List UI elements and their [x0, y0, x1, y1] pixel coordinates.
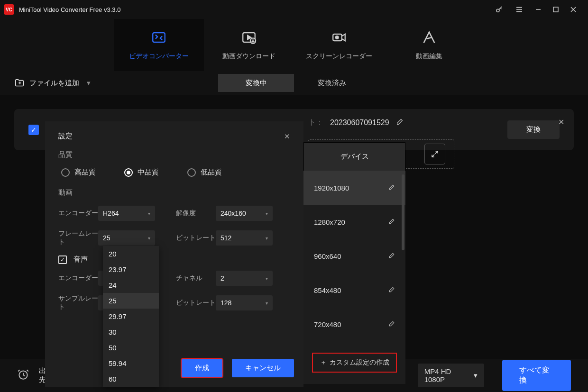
plus-icon: ＋: [320, 358, 327, 367]
close-task-icon[interactable]: ✕: [558, 118, 564, 127]
svg-point-6: [336, 36, 339, 39]
tab-recorder[interactable]: スクリーンレコーダー: [294, 19, 384, 71]
device-tab[interactable]: デバイス: [303, 142, 405, 171]
tab-download[interactable]: 動画ダウンロード: [204, 19, 294, 71]
titlebar: VC MiniTool Video Converter Free v3.3.0: [0, 0, 588, 19]
edit-icon[interactable]: [388, 286, 395, 294]
task-checkbox[interactable]: ✓: [28, 125, 39, 135]
custom-preset-button[interactable]: ＋ カスタム設定の作成: [312, 353, 397, 373]
resolution-label: 解像度: [176, 209, 216, 218]
tab-download-label: 動画ダウンロード: [222, 52, 276, 61]
tab-editor-label: 動画編集: [416, 52, 442, 61]
resolution-option-label: 720x480: [314, 320, 341, 328]
format-value: MP4 HD 1080P: [424, 367, 469, 383]
convert-button[interactable]: 変換: [507, 120, 560, 139]
alarm-icon[interactable]: [17, 368, 29, 383]
cancel-button[interactable]: キャンセル: [232, 359, 294, 377]
close-button[interactable]: [570, 6, 577, 13]
tab-converter-label: ビデオコンバーター: [129, 52, 189, 61]
settings-modal: 設定 ✕ 品質 高品質 中品質 低品質 動画 エンコーダー H264▾ 解像度 …: [45, 121, 303, 387]
resolution-select[interactable]: 240x160▾: [216, 206, 273, 221]
resolution-option-label: 960x640: [314, 252, 341, 260]
resolution-option-label: 1920x1080: [314, 184, 349, 192]
framerate-dropdown: 20 23.97 24 25 29.97 30 50 59.94 60: [103, 246, 159, 387]
radio-low-quality[interactable]: 低品質: [187, 168, 222, 177]
menu-icon[interactable]: [515, 5, 524, 14]
framerate-label: フレームレート: [58, 229, 98, 246]
app-title: MiniTool Video Converter Free v3.3.0: [19, 6, 495, 13]
second-bar: ファイルを追加 ▾ 変換中 変換済み: [0, 71, 588, 95]
convert-all-button[interactable]: すべて変換: [502, 360, 571, 391]
edit-icon[interactable]: [388, 252, 395, 260]
framerate-option[interactable]: 50: [103, 340, 159, 356]
channel-label: チャネル: [176, 274, 216, 283]
expand-output-button[interactable]: [424, 144, 445, 164]
task-name: 20230607091529: [330, 119, 389, 127]
resolution-option-label: 1280x720: [314, 218, 345, 226]
framerate-option[interactable]: 59.94: [103, 356, 159, 371]
encoder-select[interactable]: H264▾: [98, 206, 155, 221]
framerate-option[interactable]: 23.97: [103, 262, 159, 277]
samplerate-label: サンプルレート: [58, 294, 98, 311]
audio-section-title: 音声: [74, 255, 88, 264]
resolution-option-label: 854x480: [314, 286, 341, 294]
svg-rect-1: [553, 7, 558, 12]
key-icon[interactable]: [495, 5, 504, 14]
modal-title: 設定: [58, 132, 73, 141]
framerate-option[interactable]: 30: [103, 324, 159, 340]
resolution-option[interactable]: 854x480: [303, 273, 405, 307]
create-button[interactable]: 作成: [182, 359, 222, 377]
channel-select[interactable]: 2▾: [216, 271, 273, 286]
resolution-option[interactable]: 1280x720: [303, 205, 405, 239]
resolution-panel: デバイス 1920x1080 1280x720 960x640 854x480 …: [303, 142, 405, 384]
audio-encoder-label: エンコーダー: [58, 274, 98, 283]
format-dropdown[interactable]: MP4 HD 1080P ▾: [418, 364, 484, 387]
edit-task-icon[interactable]: [396, 118, 404, 128]
svg-rect-2: [153, 33, 165, 42]
add-file-button[interactable]: ファイルを追加 ▾: [14, 78, 91, 88]
bitrate-select[interactable]: 512▾: [216, 230, 273, 246]
maximize-button[interactable]: [553, 7, 559, 12]
resolution-option[interactable]: 960x640: [303, 239, 405, 273]
framerate-option[interactable]: 20: [103, 246, 159, 262]
app-logo: VC: [4, 4, 14, 15]
task-name-prefix: ト：: [308, 118, 323, 128]
minimize-button[interactable]: [535, 6, 542, 13]
framerate-select[interactable]: 25▾: [98, 230, 155, 246]
audio-bitrate-select[interactable]: 128▾: [216, 295, 273, 310]
resolution-option[interactable]: 1920x1080: [303, 171, 405, 205]
edit-icon[interactable]: [388, 184, 395, 192]
encoder-label: エンコーダー: [58, 209, 98, 218]
audio-bitrate-label: ビットレート: [176, 299, 216, 307]
framerate-option[interactable]: 24: [103, 277, 159, 293]
scrollbar[interactable]: [402, 174, 404, 250]
chevron-down-icon: ▾: [474, 371, 478, 380]
framerate-option[interactable]: 29.97: [103, 309, 159, 324]
edit-icon[interactable]: [388, 218, 395, 226]
edit-icon[interactable]: [388, 320, 395, 328]
tab-recorder-label: スクリーンレコーダー: [306, 52, 372, 61]
subtab-converted[interactable]: 変換済み: [294, 74, 370, 92]
bitrate-label: ビットレート: [176, 234, 216, 242]
tab-converter[interactable]: ビデオコンバーター: [114, 19, 204, 71]
add-file-label: ファイルを追加: [29, 79, 79, 88]
radio-high-quality[interactable]: 高品質: [61, 168, 96, 177]
tab-editor[interactable]: 動画編集: [384, 19, 474, 71]
quality-section-title: 品質: [58, 150, 290, 159]
radio-mid-quality[interactable]: 中品質: [124, 168, 159, 177]
resolution-option[interactable]: 720x480: [303, 307, 405, 341]
framerate-option[interactable]: 60: [103, 371, 159, 387]
main-tabs: ビデオコンバーター 動画ダウンロード スクリーンレコーダー 動画編集: [0, 19, 588, 71]
video-section-title: 動画: [58, 188, 290, 197]
custom-preset-label: カスタム設定の作成: [330, 358, 389, 367]
close-modal-icon[interactable]: ✕: [284, 132, 290, 141]
framerate-option[interactable]: 25: [103, 293, 159, 309]
audio-checkbox[interactable]: ✓: [58, 255, 67, 264]
subtab-converting[interactable]: 変換中: [218, 74, 294, 92]
chevron-down-icon[interactable]: ▾: [87, 79, 91, 87]
